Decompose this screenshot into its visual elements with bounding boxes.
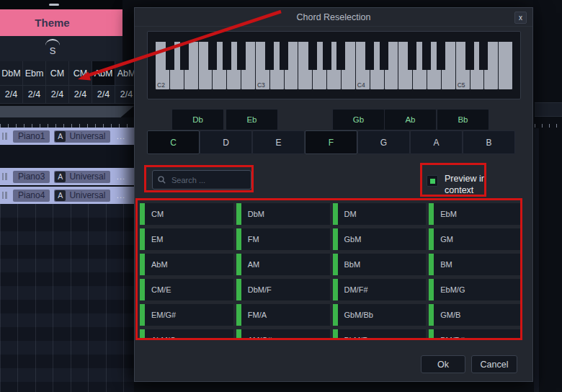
track-more-button[interactable]: ... (117, 132, 125, 141)
black-key-3[interactable] (208, 42, 217, 70)
chord-option-DM/F#[interactable]: DM/F# (333, 279, 427, 300)
chord-option-DbM[interactable]: DbM (236, 203, 330, 225)
note-button-G[interactable]: G (357, 130, 410, 154)
time-signature-1[interactable]: 2/4 (23, 86, 46, 103)
preview-in-context-group[interactable]: Preview in context (427, 173, 495, 197)
chord-option-FM/A[interactable]: FM/A (236, 304, 330, 326)
time-signature-3[interactable]: 2/4 (69, 86, 92, 103)
track-name[interactable]: Piano4 (13, 190, 50, 202)
chord-option-GM/B[interactable]: GM/B (429, 304, 522, 326)
black-key-19[interactable] (437, 42, 445, 70)
collapsed-region-banner[interactable] (0, 106, 134, 117)
note-button-Gb[interactable]: Gb (332, 109, 385, 130)
vertical-scrollbar[interactable] (534, 128, 539, 392)
empty-track-lane (0, 145, 134, 168)
black-key-15[interactable] (380, 42, 388, 70)
chord-option-BM/D#[interactable]: BM/D# (429, 329, 522, 340)
timeline-chord-2[interactable]: CM (46, 61, 69, 85)
track-more-button[interactable]: ... (117, 191, 125, 200)
timeline-chord-5[interactable]: AbM (115, 61, 134, 85)
black-key-8[interactable] (280, 42, 288, 70)
section-theme-bar[interactable]: Theme (0, 9, 122, 36)
chord-option-GbM/Bb[interactable]: GbM/Bb (333, 304, 427, 326)
timeline-chord-0[interactable]: DbM (0, 61, 23, 85)
black-key-12[interactable] (336, 42, 345, 70)
time-signature-5[interactable]: 2/4 (115, 86, 134, 103)
chord-label: AM/C# (241, 329, 272, 340)
black-note-button-row: DbEbGbAbBb (135, 109, 532, 129)
chord-option-AbM[interactable]: AbM (140, 254, 233, 275)
chord-option-GbM[interactable]: GbM (333, 228, 427, 250)
chord-option-BM[interactable]: BM (429, 254, 522, 275)
black-key-10[interactable] (308, 42, 317, 70)
timeline-chord-4[interactable]: AbM (92, 61, 115, 85)
black-key-14[interactable] (365, 42, 374, 70)
black-key-21[interactable] (465, 42, 474, 70)
search-box[interactable] (152, 170, 251, 190)
chord-option-CM/E[interactable]: CM/E (140, 279, 233, 300)
chord-option-EbM/G[interactable]: EbM/G (429, 279, 522, 300)
chord-option-FM[interactable]: FM (236, 228, 330, 250)
note-button-Db[interactable]: Db (171, 109, 224, 130)
chord-label: BM/D# (434, 329, 465, 340)
chord-label: EbM (434, 203, 457, 225)
preview-checkbox[interactable] (427, 175, 438, 187)
chord-option-GM[interactable]: GM (429, 228, 522, 250)
black-key-17[interactable] (408, 42, 416, 70)
note-button-Eb[interactable]: Eb (226, 109, 278, 130)
black-key-5[interactable] (237, 42, 246, 70)
track-row-piano3[interactable]: Piano3AUniversal... (0, 168, 134, 185)
track-mode-badge[interactable]: A (55, 190, 66, 201)
note-button-D[interactable]: D (200, 130, 252, 154)
timeline-ruler[interactable] (0, 117, 134, 128)
black-key-22[interactable] (479, 42, 488, 70)
cancel-button[interactable]: Cancel (471, 355, 517, 373)
chord-option-EM[interactable]: EM (140, 228, 233, 250)
chord-option-AM[interactable]: AM (236, 254, 330, 275)
chord-option-AbM/C[interactable]: AbM/C (140, 329, 233, 340)
black-key-18[interactable] (422, 42, 431, 70)
search-input[interactable] (170, 175, 246, 185)
track-row-piano1[interactable]: Piano1AUniversal... (0, 128, 134, 145)
note-button-B[interactable]: B (463, 130, 515, 154)
chord-option-BbM/D[interactable]: BbM/D (333, 329, 427, 340)
chord-label: DbM (241, 203, 264, 225)
chord-option-DbM/F[interactable]: DbM/F (236, 279, 330, 300)
time-signature-4[interactable]: 2/4 (92, 86, 115, 103)
note-button-A[interactable]: A (410, 130, 463, 154)
right-timeline-ruler[interactable] (535, 117, 562, 128)
note-button-C[interactable]: C (147, 130, 200, 154)
piano-roll-grid[interactable] (0, 204, 134, 392)
track-more-button[interactable]: ... (117, 172, 125, 181)
chord-option-EbM[interactable]: EbM (429, 203, 522, 225)
chord-option-AM/C#[interactable]: AM/C# (236, 329, 330, 340)
track-name[interactable]: Piano3 (13, 171, 50, 183)
note-button-F[interactable]: F (305, 130, 357, 154)
time-signature-2[interactable]: 2/4 (46, 86, 69, 103)
track-mode-badge[interactable]: A (55, 172, 66, 182)
track-name[interactable]: Piano1 (13, 130, 50, 143)
white-key-24[interactable] (499, 42, 512, 89)
chord-option-EM/G#[interactable]: EM/G# (140, 304, 233, 326)
track-row-piano4[interactable]: Piano4AUniversal... (0, 187, 134, 204)
dialog-title-bar[interactable]: Chord Reselection (135, 8, 532, 27)
black-key-11[interactable] (323, 42, 331, 70)
close-button[interactable]: x (514, 12, 527, 24)
note-button-Ab[interactable]: Ab (384, 109, 437, 130)
chord-option-grid: CMDbMDMEbMEMFMGbMGMAbMAMBbMBMCM/EDbM/FDM… (140, 203, 522, 340)
chord-option-CM[interactable]: CM (140, 203, 233, 225)
s-marker[interactable]: S (42, 39, 63, 56)
ok-button[interactable]: Ok (421, 355, 465, 373)
black-key-4[interactable] (223, 42, 231, 70)
time-signature-0[interactable]: 2/4 (0, 86, 23, 103)
chord-option-BbM[interactable]: BbM (333, 254, 427, 275)
black-key-0[interactable] (166, 42, 174, 70)
track-mode-badge[interactable]: A (55, 131, 66, 142)
timeline-chord-1[interactable]: Ebm (23, 61, 46, 85)
timeline-chord-3[interactable]: CM (69, 61, 92, 85)
black-key-1[interactable] (180, 42, 189, 70)
note-button-Bb[interactable]: Bb (437, 109, 489, 130)
note-button-E[interactable]: E (252, 130, 305, 154)
chord-option-DM[interactable]: DM (333, 203, 427, 225)
black-key-7[interactable] (265, 42, 274, 70)
